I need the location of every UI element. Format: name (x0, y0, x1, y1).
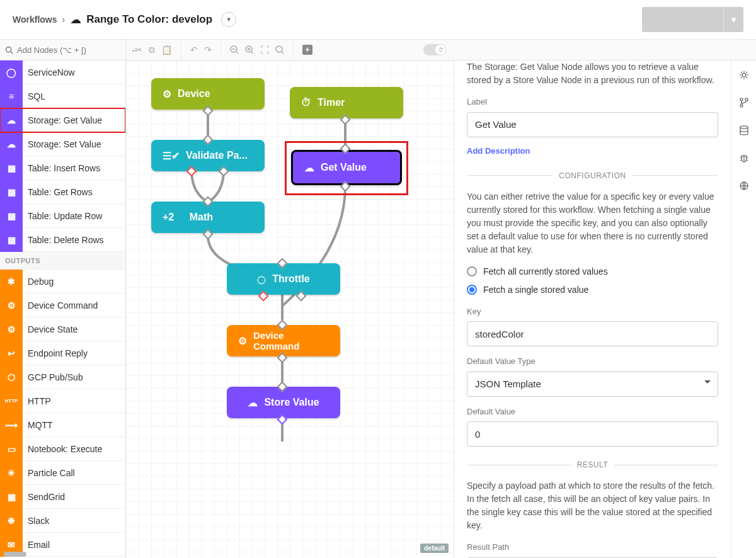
zoom-out-icon[interactable] (230, 45, 239, 54)
paste-icon[interactable]: 📋 (161, 45, 172, 55)
node-get-value[interactable]: ☁Get Value (291, 150, 402, 185)
search-icon (5, 46, 13, 54)
dvt-select[interactable]: JSON Template (467, 372, 718, 397)
sidebar-item-label: Device Command (23, 300, 98, 310)
result-divider: RESULT (467, 459, 718, 470)
node-type-icon: ▦ (0, 228, 23, 252)
radio-fetch-single[interactable]: Fetch a single stored value (467, 283, 718, 297)
sidebar-item[interactable]: ⬡GCP Pub/Sub (0, 365, 125, 389)
node-prefix: +2 (163, 212, 174, 223)
key-field-label: Key (467, 305, 718, 318)
node-label: Get Value (321, 162, 367, 173)
svg-line-1 (11, 51, 13, 53)
sidebar-item[interactable]: ▦Table: Get Rows (0, 180, 125, 204)
sidebar-item-label: MQTT (23, 420, 53, 430)
sidebar-item[interactable]: HTTPHTTP (0, 389, 125, 413)
label-input[interactable] (467, 112, 718, 137)
node-label: Device (178, 88, 210, 100)
sidebar-item[interactable]: ↩Endpoint Reply (0, 341, 125, 365)
default-tag: default (420, 544, 449, 553)
gear-icon: ⚙ (238, 335, 247, 347)
canvas[interactable]: ⚙Device ⏱Timer ☰✔Validate Pa... ☁Get Val… (126, 60, 454, 558)
node-type-icon: HTTP (0, 389, 23, 413)
mode-toggle[interactable]: ⏱ (423, 44, 446, 55)
breadcrumb-root[interactable]: Workflows (13, 14, 57, 25)
undo-icon[interactable]: ↶ (190, 45, 198, 55)
sidebar-item[interactable]: ⟿MQTT (0, 413, 125, 437)
svg-line-4 (236, 52, 238, 54)
node-label: Store Value (264, 397, 319, 408)
sidebar-item-label: Endpoint Reply (23, 348, 88, 358)
sidebar-item-label: ServiceNow (23, 67, 75, 77)
copy-icon[interactable]: ⧉ (149, 45, 155, 55)
sidebar-item[interactable]: ✳Particle Call (0, 461, 125, 485)
radio-fetch-all[interactable]: Fetch all currently stored values (467, 265, 718, 278)
cloud-up-icon: ☁ (248, 397, 258, 409)
breadcrumb-sep: › (62, 14, 66, 25)
dv-field-label: Default Value (467, 406, 718, 418)
sidebar-item[interactable]: ▭Notebook: Execute (0, 437, 125, 461)
node-type-icon: ▦ (0, 485, 23, 509)
node-throttle[interactable]: ◌Throttle (227, 263, 340, 295)
sidebar-item-label: Table: Get Rows (23, 187, 93, 197)
add-square-icon[interactable]: + (302, 45, 312, 55)
node-label: Math (190, 212, 213, 223)
fit-icon[interactable]: ⛶ (260, 45, 269, 55)
save-deploy-dropdown[interactable]: ▼ (723, 7, 743, 32)
node-type-icon: ▦ (0, 204, 23, 228)
sidebar-item[interactable]: ◯ServiceNow (0, 60, 125, 84)
sidebar-item-label: Table: Delete Rows (23, 235, 104, 245)
sidebar-item-label: Particle Call (23, 468, 75, 478)
globe-icon[interactable] (738, 180, 750, 191)
svg-point-9 (276, 46, 282, 52)
redo-icon[interactable]: ↷ (204, 45, 212, 55)
sidebar-item[interactable]: ☁Storage: Get Value (0, 108, 125, 132)
bug-icon[interactable] (738, 152, 750, 164)
cut-icon[interactable]: ✂ (135, 45, 142, 55)
sidebar-item[interactable]: ▦Table: Update Row (0, 204, 125, 228)
sidebar-item[interactable]: ❉Slack (0, 509, 125, 533)
breadcrumb-caret-button[interactable]: ▼ (221, 12, 236, 27)
node-device[interactable]: ⚙Device (151, 78, 265, 110)
throttle-icon: ◌ (257, 273, 266, 285)
add-description-link[interactable]: Add Description (467, 145, 530, 157)
zoom-in-icon[interactable] (245, 45, 254, 54)
sidebar-item[interactable]: ▦Table: Insert Rows (0, 156, 125, 180)
key-input[interactable] (467, 321, 718, 346)
radio-icon (467, 266, 477, 276)
svg-point-12 (740, 98, 743, 101)
database-icon[interactable] (738, 125, 750, 136)
sidebar-category-outputs: OUTPUTS (0, 252, 125, 270)
sidebar-item[interactable]: ⚙Device Command (0, 293, 125, 317)
branch-icon[interactable] (738, 97, 750, 108)
svg-line-8 (251, 52, 253, 54)
sidebar-item[interactable]: ⚙Device State (0, 317, 125, 341)
top-bar: Workflows › ☁ Range To Color: develop ▼ … (0, 0, 756, 39)
sidebar-item-label: Email (23, 540, 50, 550)
search-input[interactable] (17, 45, 123, 55)
sidebar-item[interactable]: ☁Storage: Set Value (0, 132, 125, 156)
sidebar-item[interactable]: ✱Debug (0, 270, 125, 293)
dv-input[interactable] (467, 421, 718, 447)
svg-point-14 (745, 98, 748, 101)
node-device-command[interactable]: ⚙Device Command (227, 325, 340, 356)
node-timer[interactable]: ⏱Timer (290, 87, 403, 118)
sidebar-item-label: SQL (23, 91, 45, 101)
search-pane: ← (0, 40, 126, 60)
node-store-value[interactable]: ☁Store Value (227, 387, 340, 418)
node-type-icon: ▭ (0, 437, 23, 461)
node-label: Validate Pa... (186, 150, 248, 161)
config-divider: CONFIGURATION (467, 170, 718, 181)
toolbar: ← ✂ ⧉ 📋 ↶ ↷ ⛶ + ⏱ (0, 39, 756, 60)
zoom-tools-group: ⛶ (221, 40, 294, 60)
sidebar-item[interactable]: ▦Table: Delete Rows (0, 228, 125, 252)
sidebar-item[interactable]: ▦SendGrid (0, 485, 125, 509)
node-type-icon: ✳ (0, 461, 23, 485)
save-deploy-button[interactable]: Save & Deploy ▼ (642, 7, 743, 32)
sidebar-item[interactable]: ≡SQL (0, 84, 125, 108)
reset-zoom-icon[interactable] (275, 45, 284, 54)
node-type-icon: ≡ (0, 84, 23, 108)
scrollbar-thumb[interactable] (4, 552, 26, 557)
sidebar-item-label: Notebook: Execute (23, 444, 102, 454)
gear-icon[interactable] (738, 69, 750, 81)
